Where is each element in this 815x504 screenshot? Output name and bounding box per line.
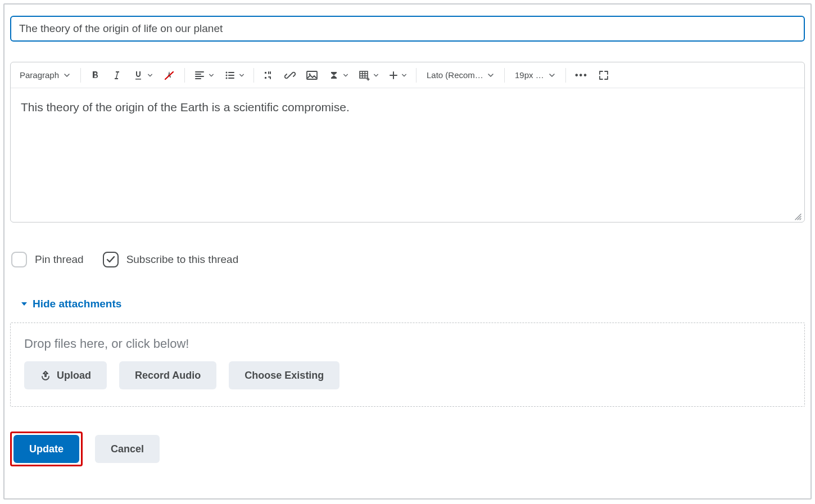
attachment-buttons-row: Upload Record Audio Choose Existing bbox=[24, 361, 791, 389]
insert-stuff-button[interactable] bbox=[259, 65, 279, 85]
choose-existing-button[interactable]: Choose Existing bbox=[229, 361, 339, 389]
underline-icon bbox=[133, 70, 144, 81]
toolbar-separator bbox=[184, 68, 185, 83]
equation-button[interactable] bbox=[324, 65, 353, 85]
italic-icon bbox=[111, 70, 123, 81]
table-icon bbox=[359, 70, 370, 81]
link-icon bbox=[284, 70, 296, 81]
cancel-label: Cancel bbox=[111, 443, 144, 455]
font-family-label: Lato (Recom… bbox=[427, 70, 483, 80]
chevron-down-icon bbox=[343, 72, 348, 78]
chevron-down-icon bbox=[487, 72, 494, 79]
checkbox-box bbox=[11, 252, 27, 267]
align-button[interactable] bbox=[189, 65, 219, 85]
update-button-highlight: Update bbox=[10, 432, 83, 466]
pin-thread-checkbox[interactable]: Pin thread bbox=[11, 252, 84, 267]
paragraph-style-label: Paragraph bbox=[20, 70, 59, 80]
checkbox-box bbox=[103, 252, 119, 267]
align-left-icon bbox=[194, 70, 205, 81]
update-label: Update bbox=[29, 443, 64, 455]
image-icon bbox=[306, 70, 318, 81]
pin-thread-label: Pin thread bbox=[35, 253, 84, 266]
dropzone-label: Drop files here, or click below! bbox=[24, 337, 791, 351]
chevron-down-icon bbox=[209, 72, 214, 78]
svg-rect-5 bbox=[360, 71, 368, 78]
chevron-down-icon bbox=[401, 72, 407, 78]
upload-button[interactable]: Upload bbox=[24, 361, 107, 389]
editor-content-area[interactable]: This theory of the origin of the Earth i… bbox=[11, 88, 804, 222]
sigma-icon bbox=[328, 70, 339, 81]
subscribe-checkbox[interactable]: Subscribe to this thread bbox=[103, 252, 239, 267]
chevron-down-icon bbox=[373, 72, 379, 78]
editor-toolbar: Paragraph bbox=[11, 62, 804, 88]
bold-icon bbox=[90, 70, 101, 81]
chevron-down-icon bbox=[549, 72, 555, 79]
thread-title-input[interactable] bbox=[10, 16, 805, 42]
toggle-attachments-label: Hide attachments bbox=[33, 298, 121, 310]
caret-down-icon bbox=[20, 300, 28, 308]
upload-label: Upload bbox=[57, 370, 91, 382]
choose-existing-label: Choose Existing bbox=[244, 370, 324, 382]
list-button[interactable] bbox=[220, 65, 249, 85]
paragraph-style-select[interactable]: Paragraph bbox=[14, 65, 76, 85]
svg-rect-3 bbox=[307, 71, 317, 79]
chevron-down-icon bbox=[147, 72, 153, 78]
rich-text-editor: Paragraph bbox=[10, 62, 805, 223]
attachment-dropzone[interactable]: Drop files here, or click below! Upload … bbox=[10, 323, 805, 407]
resize-grip-icon[interactable] bbox=[793, 212, 802, 221]
record-audio-button[interactable]: Record Audio bbox=[119, 361, 216, 389]
check-icon bbox=[106, 255, 116, 265]
font-size-select[interactable]: 19px … bbox=[509, 65, 561, 85]
footer-buttons-row: Update Cancel bbox=[10, 432, 805, 466]
toolbar-separator bbox=[80, 68, 81, 83]
font-color-icon bbox=[163, 69, 175, 81]
insert-image-button[interactable] bbox=[301, 65, 323, 85]
upload-icon bbox=[40, 370, 51, 381]
insert-stuff-icon bbox=[263, 70, 274, 81]
fullscreen-button[interactable] bbox=[594, 65, 614, 85]
toolbar-separator bbox=[504, 68, 505, 83]
update-button[interactable]: Update bbox=[13, 435, 79, 463]
toggle-attachments-button[interactable]: Hide attachments bbox=[10, 298, 121, 310]
font-color-button[interactable] bbox=[159, 65, 180, 85]
font-size-label: 19px … bbox=[515, 70, 544, 80]
thread-options-row: Pin thread Subscribe to this thread bbox=[10, 252, 805, 267]
subscribe-label: Subscribe to this thread bbox=[126, 253, 239, 266]
bullet-list-icon bbox=[224, 70, 236, 81]
bold-button[interactable] bbox=[85, 65, 106, 85]
insert-more-button[interactable] bbox=[384, 65, 411, 85]
plus-icon bbox=[389, 71, 398, 80]
svg-point-2 bbox=[226, 77, 228, 79]
toolbar-separator bbox=[253, 68, 254, 83]
font-family-select[interactable]: Lato (Recom… bbox=[421, 65, 500, 85]
italic-button[interactable] bbox=[107, 65, 127, 85]
editor-frame: Paragraph bbox=[3, 3, 812, 500]
toolbar-separator bbox=[416, 68, 416, 83]
toolbar-separator bbox=[565, 68, 566, 83]
ellipsis-icon: ••• bbox=[575, 70, 588, 80]
table-button[interactable] bbox=[354, 65, 383, 85]
chevron-down-icon bbox=[239, 72, 244, 78]
fullscreen-icon bbox=[598, 70, 609, 81]
svg-point-0 bbox=[226, 71, 228, 73]
insert-link-button[interactable] bbox=[280, 65, 300, 85]
underline-button[interactable] bbox=[128, 65, 157, 85]
more-actions-button[interactable]: ••• bbox=[570, 65, 592, 85]
record-audio-label: Record Audio bbox=[135, 370, 201, 382]
svg-point-1 bbox=[226, 74, 228, 76]
cancel-button[interactable]: Cancel bbox=[95, 435, 160, 463]
chevron-down-icon bbox=[64, 72, 70, 79]
